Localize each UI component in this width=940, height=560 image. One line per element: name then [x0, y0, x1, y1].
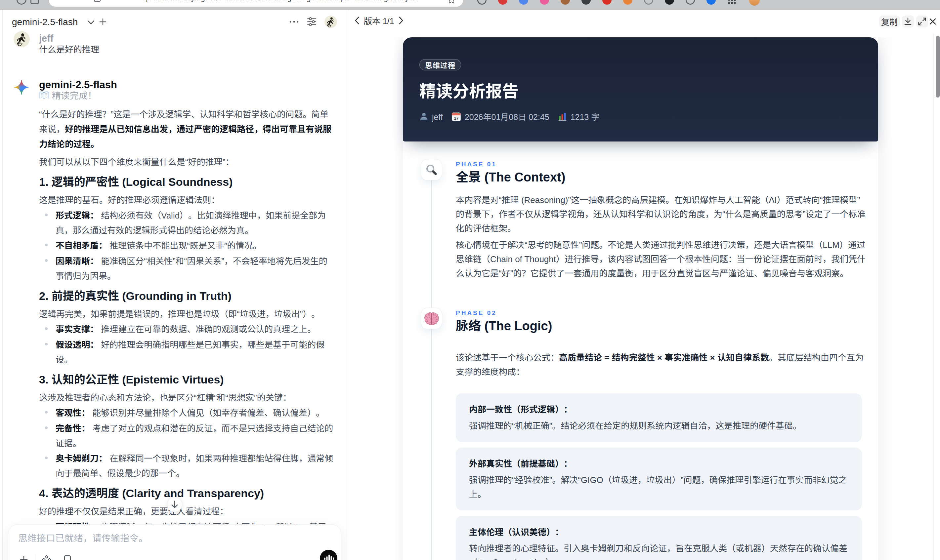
- phase1-paragraph: 核心情境在于解决“思考的随意性”​问题。不论是人类通过批判性思维进行决策，还是大…: [456, 237, 868, 280]
- assistant-list: 形式逻辑： 结构必须有效（Valid）。比如演绎推理中，如果前提全部为真，那么通…: [39, 207, 333, 283]
- reader-mode-icon[interactable]: [94, 0, 100, 2]
- list-item-text: 考虑了对立的观点和潜在的反证，而不是只选择支持自己结论的证据。: [55, 422, 333, 449]
- scrollbar-thumb[interactable]: [936, 36, 940, 97]
- browser-profile-avatar[interactable]: [749, 0, 760, 6]
- paragraph-run: 我们可以从以下四个维度来衡量什么是“好的推理”​：: [39, 155, 234, 167]
- calendar-icon: 17: [452, 112, 461, 122]
- phase2-icon-card: [421, 308, 442, 329]
- close-panel-button[interactable]: [928, 17, 937, 26]
- assistant-list-item: 客观性： 能够识别并尽量排除个人偏见（如幸存者偏差、确认偏差）。: [39, 405, 333, 420]
- card-title: 内部一致性（形式逻辑）：: [469, 403, 848, 415]
- card-title: 外部真实性（前提基础）：: [469, 457, 848, 469]
- browser-address-bar[interactable]: sp-web.cloudflying.cn:3210/chat/session?…: [49, 0, 463, 7]
- browser-toolbar-icon[interactable]: [17, 0, 26, 5]
- report-badge: 思维过程: [419, 59, 461, 71]
- scroll-to-bottom-button[interactable]: [167, 497, 182, 512]
- timeline-connector: [431, 180, 432, 308]
- message-composer[interactable]: 思维接口已就绪，请传输指令。: [8, 524, 341, 560]
- version-next-icon[interactable]: [399, 17, 404, 25]
- close-icon: [929, 17, 937, 25]
- assistant-list-item: 形式逻辑： 结构必须有效（Valid）。比如演绎推理中，如果前提全部为真，那么通…: [39, 207, 333, 237]
- assistant-list-item: 奥卡姆剃刀： 在解释同一个现象时，如果两种推理都能站得住脚，通常倾向于最简单、假…: [39, 450, 333, 480]
- voice-input-button[interactable]: [320, 550, 337, 560]
- panel-divider[interactable]: [347, 9, 347, 560]
- timeline-connector: [431, 329, 432, 560]
- phase1-label: PHASE 01: [456, 160, 868, 168]
- user-message[interactable]: 什么是好的推理: [39, 42, 99, 55]
- browser-extension-icon[interactable]: [706, 0, 716, 5]
- browser-extension-icon[interactable]: [498, 0, 507, 5]
- browser-extension-icon[interactable]: [686, 0, 695, 5]
- card-text: 转向推理者的心理特征。引入奥卡姆剃刀和反向论证，旨在克服人类（或机器）天然存在的…: [469, 540, 848, 560]
- save-topic-icon[interactable]: [63, 555, 72, 560]
- assistant-list-item: 因果清晰： 能准确区分“相关性”​和“因果关系”​，不会轻率地将先后发生的事情归…: [39, 253, 333, 283]
- assistant-heading: 1. 逻辑的严密性 (Logical Soundness): [39, 174, 333, 189]
- model-settings-icon[interactable]: [307, 17, 316, 26]
- meta-wordcount: 1213 字: [558, 111, 599, 122]
- phase1-paragraph: 本内容是对“推理 (Reasoning)”​这一抽象概念的高层建模。在知识爆炸与…: [456, 192, 868, 235]
- paragraph-run: 逻辑再完美，如果前提是错误的，推理也是垃圾（即“垃圾进，垃圾出”​）。: [39, 307, 320, 319]
- card-text: 强调推理的“机械正确”​。结论必须在给定的规则系统内逻辑自洽，这是推理的硬件基础…: [469, 418, 848, 432]
- browser-chrome: sp-web.cloudflying.cn:3210/chat/session?…: [0, 0, 940, 9]
- meta-datetime: 172026年01月08日 02:45: [452, 111, 549, 122]
- version-label: 版本 1/1: [364, 15, 394, 26]
- new-topic-button[interactable]: [99, 18, 107, 26]
- browser-extension-icon[interactable]: [581, 0, 591, 5]
- user-avatar[interactable]: [14, 31, 30, 47]
- list-item-term: 形式逻辑：: [55, 209, 99, 221]
- bookmark-star-icon[interactable]: [448, 0, 455, 4]
- browser-extension-icon[interactable]: [602, 0, 612, 5]
- chat-topic-title[interactable]: gemini-2.5-flash: [12, 16, 78, 26]
- browser-toolbar-icon[interactable]: [31, 0, 39, 4]
- attach-plus-icon[interactable]: [19, 555, 28, 560]
- list-item-term: 奥卡姆剃刀：: [55, 452, 107, 464]
- version-navigation: 版本 1/1: [354, 15, 404, 26]
- phase1-section: PHASE 01 全景 (The Context) 本内容是对“推理 (Reas…: [456, 160, 868, 280]
- logic-dimension-card: 内部一致性（形式逻辑）： 强调推理的“机械正确”​。结论必须在给定的规则系统内逻…: [456, 393, 861, 442]
- fullscreen-button[interactable]: [916, 15, 928, 28]
- toolbar-divider: [35, 555, 35, 560]
- intro-formula: 高质量结论 = 结构完整性 × 事实准确性 × 认知自律系数: [559, 351, 769, 363]
- list-item-term: 因果清晰：: [55, 254, 99, 266]
- browser-extension-icon[interactable]: [665, 0, 674, 5]
- author-text: jeff: [432, 111, 443, 122]
- assistant-status: 精读完成！: [39, 90, 97, 100]
- composer-toolbar: [19, 555, 72, 560]
- browser-apps-grid-icon[interactable]: [727, 0, 737, 5]
- phase1-icon-card: [421, 159, 442, 180]
- browser-extension-icon[interactable]: [519, 0, 528, 5]
- assistant-paragraph: 逻辑再完美，如果前提是错误的，推理也是垃圾（即“垃圾进，垃圾出”​）。: [39, 306, 333, 321]
- more-options-icon[interactable]: [289, 20, 299, 23]
- version-prev-icon[interactable]: [354, 17, 359, 25]
- assistant-heading: 2. 前提的真实性 (Grounding in Truth): [39, 288, 333, 303]
- document-shadow: [394, 37, 403, 560]
- logic-dimension-card: 主体伦理（认识美德）： 转向推理者的心理特征。引入奥卡姆剃刀和反向论证，旨在克服…: [456, 516, 861, 560]
- browser-extension-icon[interactable]: [623, 0, 632, 5]
- phase2-title: 脉络 (The Logic): [456, 317, 868, 333]
- intro-pre: 该论述基于一个核心公式：: [456, 351, 559, 363]
- chevron-down-icon[interactable]: [87, 20, 95, 25]
- skills-icon[interactable]: [42, 555, 51, 560]
- assistant-paragraph: 我们可以从以下四个维度来衡量什么是“好的推理”​：: [39, 154, 333, 169]
- copy-button[interactable]: 复制: [879, 15, 900, 28]
- assistant-message-body[interactable]: “什么是好的推理？”​这是一个涉及逻辑学、认知科学和哲学核心的问题。简单来说，好…: [39, 106, 333, 549]
- card-title: 主体伦理（认识美德）：: [469, 525, 848, 538]
- phase2-intro: 该论述基于一个核心公式：高质量结论 = 结构完整性 × 事实准确性 × 认知自律…: [456, 350, 868, 378]
- browser-extension-icon[interactable]: [540, 0, 549, 5]
- browser-extension-icon[interactable]: [644, 0, 653, 5]
- browser-extension-icon[interactable]: [561, 0, 570, 5]
- assistant-paragraph: 这是推理的基石。好的推理必须遵循逻辑法则：: [39, 192, 333, 207]
- gemini-logo-icon[interactable]: [14, 79, 29, 95]
- barchart-icon: [558, 112, 567, 121]
- book-icon: [39, 91, 49, 100]
- browser-extension-icon[interactable]: [477, 0, 487, 5]
- download-button[interactable]: [902, 15, 914, 28]
- assistant-list-item: 不自相矛盾： 推理链条中不能出现“既是又非”​的情况。: [39, 237, 333, 252]
- magnifier-icon: [425, 164, 438, 176]
- paragraph-run: 好的推理不仅仅是结果正确，更要让人看清过程：: [39, 505, 228, 517]
- sidebar-edge-divider: [2, 9, 3, 560]
- scrollbar-track: [933, 33, 934, 560]
- brain-icon: [424, 312, 439, 325]
- session-avatar[interactable]: [324, 15, 337, 28]
- paragraph-run: 这是推理的基石。好的推理必须遵循逻辑法则：: [39, 193, 220, 205]
